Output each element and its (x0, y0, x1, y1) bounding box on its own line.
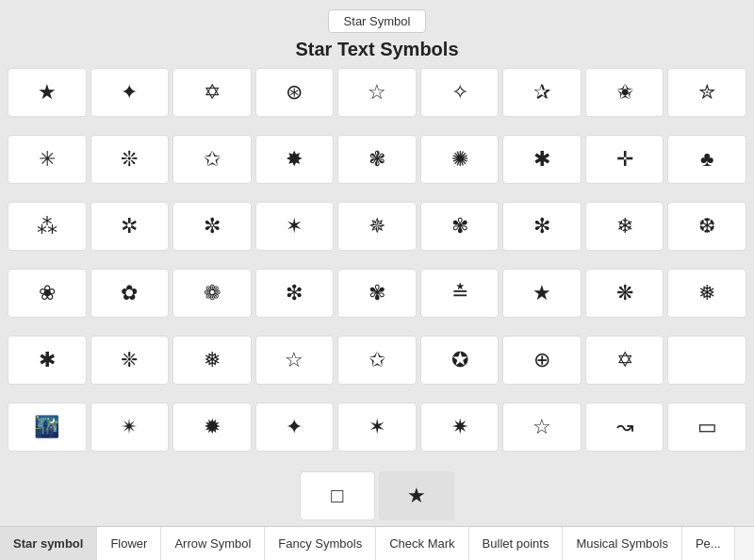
symbol-cell[interactable]: ✦ (90, 68, 170, 117)
nav-tab-flower[interactable]: Flower (97, 527, 161, 560)
symbol-cell[interactable]: ✩ (337, 336, 417, 385)
symbol-cell[interactable]: ❊ (90, 135, 170, 184)
symbol-cell[interactable]: ❅ (667, 269, 746, 318)
symbol-cell[interactable]: 🌃 (8, 403, 87, 452)
symbol-cell[interactable]: ↝ (585, 403, 664, 452)
symbol-cell[interactable]: ❅ (172, 336, 252, 385)
symbols-grid: ★✦✡⊛☆✧✰✬✮✳❊✩✸❃✺✱✛♣⁂✲✼✶✵✾✻❄❆❀✿❁❇✾≛★❋❅✱❈❅☆… (0, 68, 754, 466)
symbol-cell[interactable]: ✺ (420, 135, 500, 184)
symbol-cell[interactable]: ⁂ (8, 202, 87, 251)
symbol-cell[interactable]: ✪ (420, 336, 500, 385)
symbol-cell[interactable]: ✱ (8, 336, 87, 385)
extra-symbol-cell[interactable]: ★ (379, 471, 454, 520)
symbol-cell[interactable]: ☆ (255, 336, 335, 385)
symbol-cell[interactable]: ❇ (255, 269, 335, 318)
symbol-cell[interactable]: ✻ (502, 202, 582, 251)
symbol-cell[interactable]: ✵ (337, 202, 417, 251)
symbol-cell[interactable]: ✱ (502, 135, 582, 184)
symbol-cell[interactable]: ✳ (8, 135, 87, 184)
bottom-nav: Star symbolFlowerArrow SymbolFancy Symbo… (0, 526, 754, 560)
symbol-cell[interactable]: ✛ (585, 135, 664, 184)
nav-tab-pe...[interactable]: Pe... (682, 527, 735, 560)
star-symbol-tab[interactable]: Star Symbol (328, 9, 427, 33)
symbol-cell[interactable]: ✡ (172, 68, 252, 117)
symbol-cell[interactable]: ❄ (585, 202, 664, 251)
symbol-cell[interactable]: ✾ (337, 269, 417, 318)
symbol-cell[interactable]: ★ (8, 68, 87, 117)
symbol-cell[interactable]: ▭ (667, 403, 746, 452)
nav-tab-musical-symbols[interactable]: Musical Symbols (563, 527, 682, 560)
symbol-cell[interactable]: ✴ (90, 403, 170, 452)
symbol-cell[interactable]: ✼ (172, 202, 252, 251)
symbol-cell[interactable]: ⊕ (502, 336, 582, 385)
symbol-cell[interactable]: ☆ (502, 403, 582, 452)
symbol-cell[interactable]: ✮ (667, 68, 746, 117)
symbol-cell[interactable]: ✩ (172, 135, 252, 184)
symbol-cell[interactable]: ❁ (172, 269, 252, 318)
symbol-cell[interactable]: ✦ (255, 403, 335, 452)
symbol-cell[interactable]: ✸ (255, 135, 335, 184)
symbol-cell[interactable]: ✷ (420, 403, 500, 452)
nav-tab-fancy-symbols[interactable]: Fancy Symbols (265, 527, 376, 560)
page-title: Star Text Symbols (0, 39, 754, 60)
symbol-cell[interactable]: ✧ (420, 68, 500, 117)
symbol-cell[interactable]: ✬ (585, 68, 664, 117)
extra-symbol-cell[interactable]: □ (300, 471, 375, 520)
symbol-cell[interactable]: ✶ (337, 403, 417, 452)
symbol-cell[interactable]: ✡ (585, 336, 664, 385)
symbol-cell[interactable]: ✲ (90, 202, 170, 251)
symbol-cell[interactable]: ❆ (667, 202, 746, 251)
symbol-cell[interactable]: ☆ (337, 68, 417, 117)
symbol-cell[interactable]: ≛ (420, 269, 500, 318)
nav-tab-check-mark[interactable]: Check Mark (376, 527, 468, 560)
symbol-cell[interactable]: ✾ (420, 202, 500, 251)
symbol-cell[interactable]: ★ (502, 269, 582, 318)
symbol-cell[interactable]: ♣ (667, 135, 746, 184)
symbol-cell[interactable]: ❈ (90, 336, 170, 385)
nav-tab-bullet-points[interactable]: Bullet points (469, 527, 564, 560)
symbol-cell[interactable]: ⊛ (255, 68, 335, 117)
symbol-cell[interactable]: ✶ (255, 202, 335, 251)
symbol-cell[interactable]: ❃ (337, 135, 417, 184)
nav-tab-star-symbol[interactable]: Star symbol (0, 527, 97, 560)
symbol-cell[interactable]: ✹ (172, 403, 252, 452)
extra-symbols-row: □★ (0, 466, 754, 526)
symbol-cell[interactable]: ✿ (90, 269, 170, 318)
symbol-cell[interactable]: ❀ (8, 269, 87, 318)
symbol-cell[interactable]: ❋ (585, 269, 664, 318)
symbol-cell[interactable]: ✰ (502, 68, 582, 117)
symbol-cell[interactable] (667, 336, 746, 385)
nav-tab-arrow-symbol[interactable]: Arrow Symbol (161, 527, 265, 560)
